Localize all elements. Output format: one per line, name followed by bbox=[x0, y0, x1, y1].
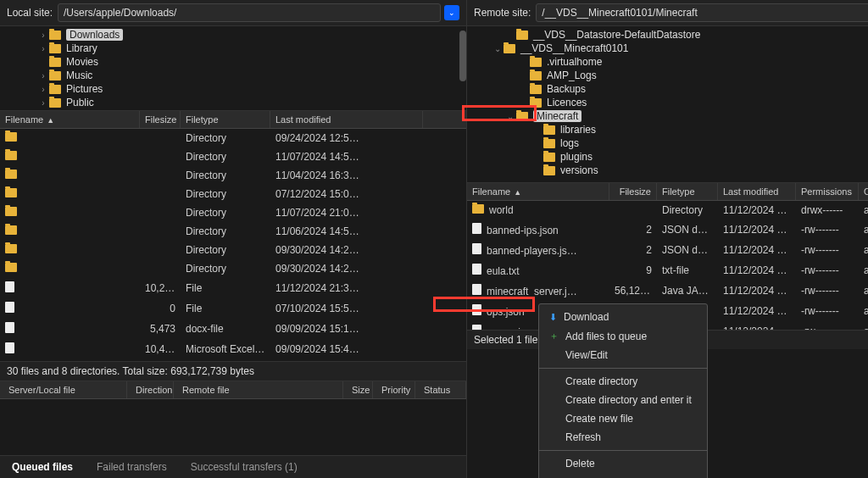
tree-label: Public bbox=[66, 97, 94, 108]
local-path-input[interactable]: /Users/apple/Downloads/ bbox=[58, 3, 441, 22]
tree-row[interactable]: ›Music bbox=[0, 69, 466, 82]
col-filesize[interactable]: Filesize bbox=[609, 183, 657, 200]
scrollbar-thumb[interactable] bbox=[459, 31, 466, 81]
menu-create-directory[interactable]: Create directory bbox=[539, 372, 707, 391]
tree-row[interactable]: ⌄Minecraft bbox=[467, 109, 868, 123]
queue-col-priority[interactable]: Priority bbox=[373, 381, 415, 398]
folder-icon bbox=[5, 225, 17, 235]
col-permissions[interactable]: Permissions bbox=[796, 183, 859, 200]
file-row[interactable]: 0 File 07/10/2024 15:5… bbox=[0, 298, 466, 319]
folder-icon bbox=[543, 166, 555, 175]
queue-col-size[interactable]: Size bbox=[343, 381, 373, 398]
tab-queued-files[interactable]: Queued files bbox=[0, 456, 85, 478]
col-filename[interactable]: Filename▲ bbox=[0, 111, 140, 128]
tree-row[interactable]: ›Library bbox=[0, 42, 466, 55]
tree-label: libraries bbox=[560, 124, 596, 136]
file-row[interactable]: 10,429 Microsoft Excel … 09/09/2024 15:4… bbox=[0, 339, 466, 359]
tree-row[interactable]: Backups bbox=[467, 82, 868, 96]
queue-col-status[interactable]: Status bbox=[415, 381, 466, 398]
tree-label: Licences bbox=[547, 97, 587, 108]
download-icon: ⬇ bbox=[549, 312, 557, 323]
local-path-dropdown[interactable]: ⌄ bbox=[444, 5, 459, 20]
queue-col-server[interactable]: Server/Local file bbox=[0, 381, 127, 398]
tree-row[interactable]: AMP_Logs bbox=[467, 69, 868, 82]
col-last-modified[interactable]: Last modified bbox=[270, 111, 423, 128]
file-row[interactable]: Directory 07/12/2024 15:0… bbox=[0, 185, 466, 203]
file-row[interactable]: Directory 11/06/2024 14:5… bbox=[0, 222, 466, 241]
queue-body[interactable] bbox=[0, 399, 466, 455]
file-row[interactable]: Directory 09/30/2024 14:2… bbox=[0, 241, 466, 259]
context-menu: ⬇Download ＋Add files to queue View/Edit … bbox=[538, 303, 708, 478]
file-row[interactable]: Directory 09/24/2024 12:5… bbox=[0, 129, 466, 147]
menu-delete[interactable]: Delete bbox=[539, 454, 707, 473]
file-row[interactable]: minecraft_server.j… 56,122,0… Java JAR …… bbox=[467, 281, 868, 301]
sort-asc-icon: ▲ bbox=[47, 116, 54, 125]
folder-icon bbox=[5, 188, 17, 197]
chevron-icon[interactable]: ⌄ bbox=[504, 112, 516, 121]
menu-create-file[interactable]: Create new file bbox=[539, 409, 707, 428]
folder-icon bbox=[49, 58, 61, 67]
col-filetype[interactable]: Filetype bbox=[181, 111, 270, 128]
local-file-grid[interactable]: Directory 09/24/2024 12:5… Directory 11/… bbox=[0, 129, 466, 361]
menu-rename[interactable]: Rename bbox=[539, 473, 707, 478]
folder-icon bbox=[530, 58, 542, 67]
menu-refresh[interactable]: Refresh bbox=[539, 428, 707, 447]
file-row[interactable]: banned-players.js… 2 JSON doc… 11/12/202… bbox=[467, 240, 868, 260]
tree-row[interactable]: plugins bbox=[467, 150, 868, 164]
menu-create-directory-enter[interactable]: Create directory and enter it bbox=[539, 391, 707, 409]
tree-row[interactable]: ›Downloads bbox=[0, 28, 466, 42]
tab-failed-transfers[interactable]: Failed transfers bbox=[85, 456, 179, 478]
tree-row[interactable]: ›Pictures bbox=[0, 82, 466, 96]
remote-site-label: Remote site: bbox=[474, 7, 531, 19]
tree-label: Music bbox=[66, 69, 92, 81]
file-row[interactable]: Directory 11/04/2024 16:3… bbox=[0, 166, 466, 185]
col-last-modified[interactable]: Last modified bbox=[718, 183, 796, 200]
col-filetype[interactable]: Filetype bbox=[657, 183, 718, 200]
queue-col-remote[interactable]: Remote file bbox=[174, 381, 343, 398]
remote-path-input[interactable]: /__VDS__Minecraft0101/Minecraft bbox=[536, 3, 868, 22]
folder-icon bbox=[530, 71, 542, 81]
tab-successful-transfers[interactable]: Successful transfers (1) bbox=[179, 456, 309, 478]
folder-icon bbox=[530, 98, 542, 108]
chevron-icon[interactable]: › bbox=[37, 98, 49, 108]
file-row[interactable]: 10,244 File 11/12/2024 21:3… bbox=[0, 278, 466, 298]
col-filesize[interactable]: Filesize bbox=[140, 111, 181, 128]
chevron-icon[interactable]: › bbox=[37, 31, 49, 40]
file-row[interactable]: 20,275 docx-file 10/16/2024 01:2… bbox=[0, 359, 466, 361]
file-icon bbox=[472, 325, 481, 330]
menu-add-to-queue[interactable]: ＋Add files to queue bbox=[539, 326, 707, 346]
menu-view-edit[interactable]: View/Edit bbox=[539, 346, 707, 364]
chevron-icon[interactable]: › bbox=[37, 71, 49, 81]
tree-row[interactable]: ⌄__VDS__Minecraft0101 bbox=[467, 42, 868, 55]
tree-label: __VDS__Minecraft0101 bbox=[520, 42, 628, 54]
file-icon bbox=[472, 243, 481, 254]
tree-row[interactable]: __VDS__Datastore-DefaultDatastore bbox=[467, 28, 868, 42]
local-grid-header: Filename▲ Filesize Filetype Last modifie… bbox=[0, 111, 466, 129]
file-row[interactable]: 5,473 docx-file 09/09/2024 15:1… bbox=[0, 319, 466, 339]
col-filename[interactable]: Filename▲ bbox=[467, 183, 609, 200]
file-row[interactable]: Directory 11/07/2024 21:0… bbox=[0, 203, 466, 222]
col-owner-group[interactable]: Owner/Group bbox=[859, 183, 868, 200]
folder-icon bbox=[472, 204, 484, 214]
file-row[interactable]: world Directory 11/12/2024 2… drwx------… bbox=[467, 201, 868, 220]
menu-download[interactable]: ⬇Download bbox=[539, 308, 707, 326]
tree-row[interactable]: Licences bbox=[467, 96, 868, 109]
local-tree[interactable]: ›Downloads›LibraryMovies›Music›Pictures›… bbox=[0, 26, 466, 111]
queue-col-direction[interactable]: Direction bbox=[127, 381, 174, 398]
file-row[interactable]: Directory 09/30/2024 14:2… bbox=[0, 259, 466, 278]
file-row[interactable]: eula.txt 9 txt-file 11/12/2024 2… -rw---… bbox=[467, 260, 868, 281]
chevron-icon[interactable]: › bbox=[37, 85, 49, 94]
remote-tree[interactable]: __VDS__Datastore-DefaultDatastore⌄__VDS_… bbox=[467, 26, 868, 183]
chevron-icon[interactable]: ⌄ bbox=[492, 44, 504, 53]
file-row[interactable]: Directory 11/07/2024 14:5… bbox=[0, 147, 466, 166]
chevron-icon[interactable]: › bbox=[37, 44, 49, 53]
tree-row[interactable]: ›Public bbox=[0, 96, 466, 109]
file-row[interactable]: banned-ips.json 2 JSON doc… 11/12/2024 2… bbox=[467, 220, 868, 240]
tree-row[interactable]: .virtualhome bbox=[467, 55, 868, 69]
tree-row[interactable]: logs bbox=[467, 136, 868, 150]
tree-row[interactable]: versions bbox=[467, 164, 868, 177]
folder-icon bbox=[543, 125, 555, 135]
tree-row[interactable]: Movies bbox=[0, 55, 466, 69]
tree-row[interactable]: libraries bbox=[467, 123, 868, 136]
tree-label: Library bbox=[66, 42, 97, 54]
